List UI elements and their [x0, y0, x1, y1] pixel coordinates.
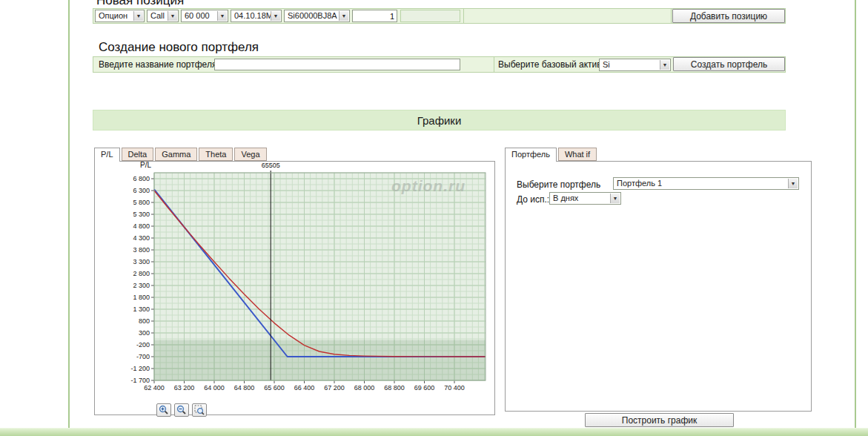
svg-text:3 300: 3 300 — [133, 258, 150, 265]
svg-text:68 800: 68 800 — [384, 384, 405, 392]
svg-text:67 200: 67 200 — [324, 384, 345, 392]
tab-delta[interactable]: Delta — [122, 148, 154, 161]
portfolio-creation-title: Создание нового портфеля — [99, 40, 259, 55]
svg-text:65505: 65505 — [262, 162, 280, 169]
portfolio-tabs: Портфель What if — [505, 148, 597, 162]
svg-text:4 300: 4 300 — [133, 234, 150, 242]
left-border-line — [68, 0, 70, 429]
select-portfolio-label: Выберите портфель — [517, 179, 600, 190]
svg-text:6 300: 6 300 — [133, 187, 150, 194]
svg-text:62 400: 62 400 — [144, 384, 165, 392]
svg-text:3 800: 3 800 — [133, 246, 150, 254]
strike-value: 60 000 — [185, 11, 210, 20]
tab-theta[interactable]: Theta — [199, 148, 233, 161]
svg-text:800: 800 — [139, 317, 150, 325]
svg-text:-200: -200 — [136, 341, 150, 349]
call-put-value: Call — [150, 11, 165, 20]
tab-portfolio[interactable]: Портфель — [505, 148, 557, 162]
tab-what-if[interactable]: What if — [558, 148, 597, 161]
price-field[interactable] — [400, 10, 460, 22]
chevron-down-icon — [271, 11, 280, 21]
right-border-line — [855, 0, 856, 429]
tab-gamma[interactable]: Gamma — [155, 148, 197, 161]
svg-text:63 200: 63 200 — [174, 384, 195, 392]
zoom-in-icon — [159, 405, 169, 415]
tab-pl[interactable]: P/L — [94, 148, 120, 162]
new-position-title: Новая позиция — [96, 0, 184, 8]
base-asset-select[interactable]: Si — [599, 59, 671, 71]
option-type-value: Опцион — [99, 11, 127, 20]
svg-text:66 400: 66 400 — [294, 384, 315, 392]
zoom-out-icon — [176, 405, 187, 415]
portfolio-name-input[interactable] — [214, 59, 460, 70]
svg-text:5 800: 5 800 — [133, 199, 150, 206]
svg-text:64 800: 64 800 — [234, 384, 255, 392]
charts-section-title: Графики — [417, 114, 462, 127]
svg-text:2 300: 2 300 — [133, 282, 150, 289]
bottom-bar — [0, 428, 868, 436]
zoom-selection-button[interactable] — [192, 403, 207, 417]
svg-text:1 300: 1 300 — [133, 305, 150, 313]
ticker-select[interactable]: Si60000BJ8A — [284, 10, 350, 22]
portfolio-select[interactable]: Портфель 1 — [613, 177, 799, 190]
chevron-down-icon — [168, 11, 177, 21]
svg-text:P/L: P/L — [140, 162, 151, 169]
zoom-in-button[interactable] — [156, 403, 171, 417]
zoom-selection-icon — [194, 405, 205, 415]
divider — [671, 8, 672, 24]
svg-text:5 300: 5 300 — [133, 211, 150, 218]
expiry-date-select[interactable]: 04.10.18М — [231, 10, 282, 22]
svg-text:68 000: 68 000 — [354, 384, 375, 392]
divider — [463, 8, 464, 24]
tab-vega[interactable]: Vega — [234, 148, 266, 161]
svg-text:-1 700: -1 700 — [130, 377, 150, 384]
chevron-down-icon — [788, 179, 798, 188]
chevron-down-icon — [133, 11, 143, 21]
ticker-value: Si60000BJ8A — [288, 11, 337, 20]
chevron-down-icon — [610, 194, 620, 203]
zoom-out-button[interactable] — [174, 403, 189, 417]
portfolio-name-label: Введите название портфеля — [99, 59, 216, 70]
create-portfolio-button[interactable]: Создать портфель — [673, 57, 785, 71]
days-label: До исп.: — [517, 194, 549, 205]
option-type-select[interactable]: Опцион — [95, 10, 145, 22]
base-asset-label: Выберите базовый актив — [498, 59, 602, 70]
add-position-button[interactable]: Добавить позицию — [672, 9, 785, 23]
chart-tabs: P/L Delta Gamma Theta Vega — [94, 148, 267, 162]
page: Новая позиция Опцион Call 60 000 04.10.1… — [0, 0, 868, 436]
pl-chart[interactable]: 62 40063 20064 00064 80065 60066 40067 2… — [95, 162, 496, 416]
svg-text:64 000: 64 000 — [204, 384, 225, 392]
svg-text:65 600: 65 600 — [264, 384, 285, 392]
svg-text:2 800: 2 800 — [133, 270, 150, 277]
chevron-down-icon — [217, 11, 227, 21]
base-asset-value: Si — [603, 60, 610, 69]
chevron-down-icon — [339, 11, 348, 21]
divider — [494, 56, 494, 73]
svg-text:4 800: 4 800 — [133, 222, 150, 230]
portfolio-select-value: Портфель 1 — [617, 179, 662, 188]
svg-text:1 800: 1 800 — [133, 294, 150, 301]
svg-text:69 600: 69 600 — [414, 384, 435, 392]
svg-text:6 800: 6 800 — [133, 175, 150, 182]
chevron-down-icon — [660, 60, 669, 70]
call-put-select[interactable]: Call — [147, 10, 179, 22]
strike-select[interactable]: 60 000 — [181, 10, 228, 22]
chart-panel: 62 40063 20064 00064 80065 60066 40067 2… — [94, 161, 495, 415]
expiry-date-value: 04.10.18М — [234, 11, 273, 20]
svg-text:-1 200: -1 200 — [130, 365, 150, 372]
quantity-input[interactable] — [352, 10, 397, 22]
svg-text:300: 300 — [139, 329, 150, 337]
days-select-value: В днях — [553, 194, 578, 202]
build-chart-button[interactable]: Построить график — [585, 413, 734, 427]
days-select[interactable]: В днях — [549, 192, 621, 205]
svg-text:70 400: 70 400 — [444, 384, 465, 392]
zoom-toolbar — [156, 403, 207, 417]
svg-text:-700: -700 — [136, 353, 150, 360]
charts-section-header: Графики — [93, 110, 786, 131]
